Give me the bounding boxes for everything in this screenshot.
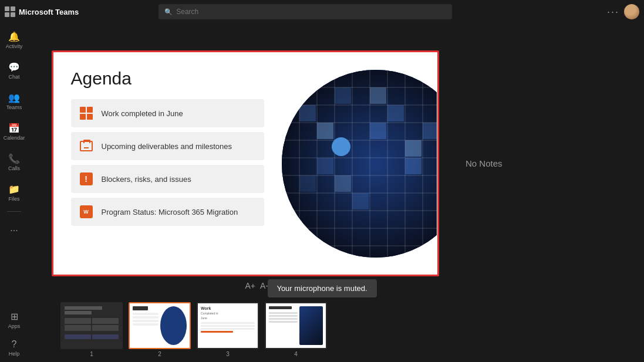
search-input[interactable] xyxy=(176,8,446,16)
sidebar-label-activity: Activity xyxy=(6,43,23,49)
sidebar-label-teams: Teams xyxy=(6,104,22,110)
font-controls: A+ A- xyxy=(245,281,268,290)
presentation-area: Agenda Work completed in June xyxy=(28,23,644,362)
svg-rect-29 xyxy=(299,175,316,192)
toast-message: Your microphone is muted. xyxy=(277,284,367,293)
svg-rect-22 xyxy=(335,87,351,104)
svg-rect-34 xyxy=(335,175,351,192)
blue-dot-decoration xyxy=(332,137,350,156)
svg-rect-31 xyxy=(317,123,333,139)
thumbnail-2[interactable] xyxy=(129,302,191,349)
sidebar-label-help: Help xyxy=(9,351,20,357)
app-logo: Microsoft Teams xyxy=(5,6,79,17)
sidebar-item-chat[interactable]: 💬 Chat xyxy=(2,56,26,84)
svg-rect-26 xyxy=(405,158,422,174)
thumbnail-1[interactable] xyxy=(60,302,123,349)
sidebar: 🔔 Activity 💬 Chat 👥 Teams 📅 Calendar 📞 C… xyxy=(0,23,28,362)
svg-rect-23 xyxy=(370,123,386,139)
sidebar-label-calls: Calls xyxy=(8,165,20,171)
slide-right xyxy=(276,52,437,275)
topbar-right: ··· xyxy=(607,4,639,19)
notes-panel: No Notes xyxy=(456,149,638,178)
thumbnail-wrapper-3: Work Completed in June 3 xyxy=(197,302,259,357)
slide-left: Agenda Work completed in June xyxy=(53,52,276,275)
calendar-icon: 📅 xyxy=(8,123,20,134)
sidebar-item-calls[interactable]: 📞 Calls xyxy=(2,148,26,176)
sidebar-item-apps[interactable]: ⊞ Apps xyxy=(2,306,26,334)
thumbnail-strip: 1 2 xyxy=(28,297,644,362)
agenda-item-3: ! Blockers, risks, and issues xyxy=(71,165,264,193)
sidebar-bottom: ⊞ Apps ? Help xyxy=(2,306,26,362)
search-bar[interactable]: 🔍 xyxy=(159,4,452,19)
thumbnail-number-3: 3 xyxy=(226,351,230,357)
chat-icon: 💬 xyxy=(8,62,20,73)
agenda-icon-warning: ! xyxy=(78,171,95,187)
main-content: 🔔 Activity 💬 Chat 👥 Teams 📅 Calendar 📞 C… xyxy=(0,23,644,362)
agenda-text-2: Upcoming deliverables and milestones xyxy=(102,142,232,151)
svg-rect-28 xyxy=(423,123,437,139)
sidebar-item-help[interactable]: ? Help xyxy=(2,334,26,362)
thumbnail-number-4: 4 xyxy=(294,351,298,357)
agenda-text-1: Work completed in June xyxy=(102,109,183,118)
sidebar-label-chat: Chat xyxy=(8,74,19,80)
sidebar-item-files[interactable]: 📁 Files xyxy=(2,178,26,207)
files-icon: 📁 xyxy=(8,184,20,195)
thumbnail-wrapper-4: 4 xyxy=(265,302,327,357)
agenda-icon-word: W xyxy=(78,204,95,220)
activity-icon: 🔔 xyxy=(8,31,20,42)
agenda-icon-inbox xyxy=(78,138,95,154)
sidebar-item-calendar[interactable]: 📅 Calendar xyxy=(2,117,26,146)
more-options-button[interactable]: ··· xyxy=(607,6,619,18)
topbar: Microsoft Teams 🔍 ··· xyxy=(0,0,644,23)
help-icon: ? xyxy=(12,339,17,350)
font-increase-button[interactable]: A+ xyxy=(245,281,255,290)
agenda-item-1: Work completed in June xyxy=(71,99,264,127)
slide: Agenda Work completed in June xyxy=(52,50,439,276)
sidebar-divider xyxy=(7,211,21,212)
more-icon: ··· xyxy=(10,225,18,236)
svg-rect-24 xyxy=(317,158,333,174)
teams-icon: 👥 xyxy=(8,92,20,103)
grid-icon xyxy=(5,6,15,17)
agenda-item-4: W Program Status: Microsoft 365 Migratio… xyxy=(71,198,264,226)
slide-container: Agenda Work completed in June xyxy=(28,23,644,297)
sidebar-item-teams[interactable]: 👥 Teams xyxy=(2,87,26,115)
agenda-text-3: Blockers, risks, and issues xyxy=(102,175,191,184)
thumbnail-4[interactable] xyxy=(265,302,327,349)
search-icon: 🔍 xyxy=(164,8,173,16)
thumbnail-3[interactable]: Work Completed in June xyxy=(197,302,259,349)
svg-rect-27 xyxy=(352,193,369,209)
thumbnail-number-1: 1 xyxy=(90,351,93,357)
agenda-icon-grid xyxy=(78,105,95,121)
sidebar-item-more[interactable]: ··· xyxy=(2,216,26,245)
apps-icon: ⊞ xyxy=(11,311,18,322)
svg-rect-25 xyxy=(387,105,404,121)
agenda-text-4: Program Status: Microsoft 365 Migration xyxy=(102,208,238,216)
thumbnail-wrapper-2: 2 xyxy=(129,302,191,357)
no-notes-label: No Notes xyxy=(466,158,503,168)
svg-rect-21 xyxy=(299,105,316,121)
agenda-item-2: Upcoming deliverables and milestones xyxy=(71,132,264,160)
calls-icon: 📞 xyxy=(8,153,20,164)
sidebar-label-apps: Apps xyxy=(8,323,21,329)
avatar[interactable] xyxy=(624,4,639,19)
sidebar-label-files: Files xyxy=(8,196,19,202)
solar-panel-image xyxy=(282,70,437,258)
svg-rect-32 xyxy=(370,87,386,104)
sidebar-label-calendar: Calendar xyxy=(4,135,25,141)
toast-notification: Your microphone is muted. xyxy=(267,279,376,297)
slide-title: Agenda xyxy=(71,69,264,89)
app-title: Microsoft Teams xyxy=(19,8,79,16)
solar-grid-svg xyxy=(282,70,437,258)
thumbnail-number-2: 2 xyxy=(158,351,161,357)
thumbnail-wrapper-1: 1 xyxy=(60,302,123,357)
sidebar-item-activity[interactable]: 🔔 Activity xyxy=(2,26,26,54)
svg-rect-33 xyxy=(405,140,422,157)
